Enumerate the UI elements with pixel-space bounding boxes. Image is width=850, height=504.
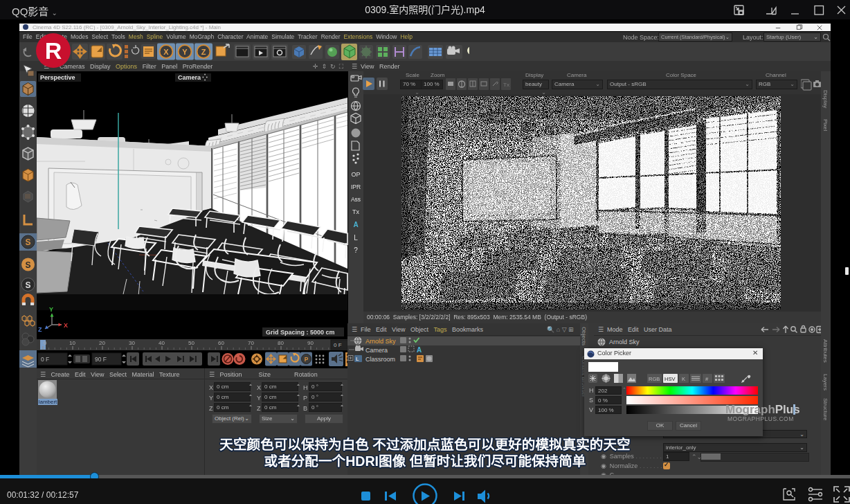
svg-text:0 F: 0 F — [41, 356, 49, 363]
svg-text:60: 60 — [218, 340, 224, 346]
svg-text:Classroom: Classroom — [365, 356, 395, 363]
svg-text:Z: Z — [201, 48, 206, 56]
svg-text:Grid Spacing : 5000 cm: Grid Spacing : 5000 cm — [266, 329, 335, 336]
svg-text:Z: Z — [38, 326, 42, 333]
svg-text:X: X — [163, 48, 169, 56]
svg-text:70: 70 — [248, 340, 254, 346]
svg-text:HSV: HSV — [664, 376, 675, 382]
svg-text:X: X — [64, 322, 68, 329]
svg-text:90: 90 — [307, 340, 314, 346]
svg-text:S: S — [25, 237, 30, 247]
svg-text:0 F: 0 F — [334, 342, 342, 348]
svg-text:L: L — [354, 234, 358, 242]
svg-text:P: P — [305, 356, 309, 363]
svg-text:50: 50 — [188, 340, 195, 346]
svg-text:RGB: RGB — [649, 376, 660, 382]
svg-text:40: 40 — [159, 340, 165, 346]
svg-text:Tx: Tx — [352, 208, 359, 215]
svg-text:20: 20 — [99, 340, 105, 346]
svg-text:0: 0 — [44, 340, 47, 346]
svg-text:L: L — [356, 356, 359, 362]
svg-text:Ass: Ass — [351, 196, 361, 203]
svg-text:Arnold Sky: Arnold Sky — [365, 338, 396, 345]
svg-text:A: A — [353, 221, 358, 228]
svg-text:30: 30 — [129, 340, 135, 346]
svg-text:90 F: 90 F — [95, 356, 107, 363]
svg-text:OP: OP — [351, 171, 360, 178]
svg-text:Y: Y — [49, 306, 53, 313]
svg-text:Camera ⁛: Camera ⁛ — [178, 73, 208, 81]
svg-text:?: ? — [354, 246, 358, 254]
svg-text:Camera: Camera — [365, 347, 388, 354]
svg-text:A: A — [417, 346, 422, 354]
svg-text:10: 10 — [69, 340, 75, 346]
svg-text:Perspective: Perspective — [40, 74, 75, 81]
svg-text:K: K — [682, 376, 685, 382]
svg-text:Tx: Tx — [503, 82, 509, 88]
svg-text:80: 80 — [278, 340, 284, 346]
svg-text:S: S — [25, 260, 30, 270]
svg-text:Y: Y — [182, 48, 188, 56]
svg-text:S: S — [25, 280, 30, 290]
svg-text:IPR: IPR — [351, 183, 361, 190]
